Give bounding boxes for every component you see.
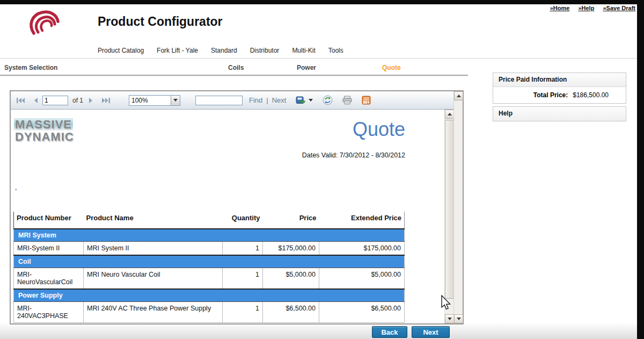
group-label: Coil — [14, 255, 405, 268]
logo-line-dynamic: DYNAMIC — [14, 131, 75, 143]
report-viewer: of 1 100% Find | Next — [10, 90, 464, 324]
menu-item-standard[interactable]: Standard — [211, 47, 237, 54]
group-header-mri-system: MRI System — [14, 229, 405, 242]
address-placeholder-text: , — [15, 184, 17, 191]
back-button[interactable]: Back — [372, 326, 407, 338]
tab-coils[interactable]: Coils — [228, 64, 244, 71]
cell-price: $175,000.00 — [263, 242, 319, 256]
zoom-value: 100% — [129, 97, 171, 104]
group-header-power-supply: Power Supply — [14, 289, 405, 302]
printer-icon — [342, 96, 352, 105]
group-label: MRI System — [14, 229, 405, 242]
total-price-row: Total Price: $186,500.00 — [493, 87, 626, 103]
cell-extended-price: $5,000.00 — [319, 268, 405, 290]
tab-power[interactable]: Power — [297, 64, 316, 71]
menu-item-product-catalog[interactable]: Product Catalog — [98, 47, 144, 54]
data-feed-icon — [362, 96, 371, 105]
tab-quote-active[interactable]: Quote — [382, 64, 401, 71]
scroll-up-button[interactable] — [445, 110, 453, 119]
report-main-column: of 1 100% Find | Next — [11, 91, 453, 323]
page-number-input[interactable] — [42, 96, 68, 105]
dates-valid-text: Dates Valid: 7/30/2012 - 8/30/2012 — [302, 152, 405, 159]
company-logo-swirl-icon — [24, 8, 62, 46]
massive-dynamic-logo: MASSIVE DYNAMIC — [14, 118, 75, 143]
menu-item-fork-lift-yale[interactable]: Fork Lift - Yale — [157, 47, 198, 54]
arrow-down-icon — [448, 318, 452, 320]
find-next-links: Find | Next — [249, 96, 286, 104]
cell-price: $5,000.00 — [263, 268, 319, 290]
find-link[interactable]: Find — [249, 96, 262, 104]
print-button[interactable] — [342, 96, 352, 105]
save-draft-link[interactable]: »Save Draft — [603, 5, 635, 11]
report-page-area: MASSIVE DYNAMIC Quote Dates Valid: 7/30/… — [11, 110, 453, 323]
next-page-button[interactable] — [89, 97, 94, 104]
arrow-up-icon — [457, 95, 461, 97]
table-row-coil: MRI-NeuroVascularCoil MRI Neuro Vascular… — [14, 268, 405, 290]
find-text-input[interactable] — [195, 96, 243, 105]
group-header-coil: Coil — [14, 255, 405, 268]
chevron-down-icon — [173, 99, 178, 102]
total-price-label: Total Price: — [533, 91, 568, 99]
report-vertical-scrollbar[interactable] — [444, 110, 453, 323]
report-toolbar: of 1 100% Find | Next — [11, 91, 453, 110]
scrollbar-thumb[interactable] — [445, 120, 453, 299]
zoom-select[interactable]: 100% — [129, 95, 180, 106]
viewer-scroll-down-button[interactable] — [454, 314, 463, 323]
col-header-quantity: Quantity — [223, 212, 263, 229]
previous-page-button[interactable] — [33, 97, 38, 104]
first-page-button[interactable] — [16, 97, 25, 104]
viewer-vertical-scrollbar[interactable] — [453, 91, 463, 323]
cell-product-number: MRI-System II — [14, 242, 84, 256]
help-panel-title[interactable]: Help — [493, 107, 626, 121]
export-dropdown-caret-icon[interactable] — [309, 99, 313, 102]
group-label: Power Supply — [14, 289, 405, 302]
page-bottom-strip — [0, 323, 644, 339]
price-paid-information-panel: Price Paid Information Total Price: $186… — [493, 73, 626, 104]
col-header-product-name: Product Name — [84, 212, 223, 229]
col-header-price: Price — [263, 212, 319, 229]
cell-product-name: MRI Neuro Vascular Coil — [84, 268, 223, 290]
main-menu: Product Catalog Fork Lift - Yale Standar… — [98, 47, 343, 54]
top-black-bar — [0, 0, 644, 4]
tab-system-selection[interactable]: System Selection — [4, 64, 57, 71]
table-row-mri-system: MRI-System II MRI System II 1 $175,000.0… — [14, 242, 405, 256]
find-next-link[interactable]: Next — [272, 96, 287, 104]
find-next-separator: | — [266, 96, 268, 104]
help-link[interactable]: »Help — [578, 5, 594, 11]
cell-quantity: 1 — [223, 242, 263, 256]
home-link[interactable]: »Home — [550, 5, 570, 11]
cell-quantity: 1 — [223, 268, 263, 290]
top-link-bar: »Home »Help »Save Draft — [543, 5, 635, 11]
arrow-up-icon — [448, 113, 452, 116]
cell-product-name: MRI System II — [84, 242, 223, 256]
cell-quantity: 1 — [223, 302, 263, 323]
logo-line-massive: MASSIVE — [14, 118, 73, 131]
scroll-down-button[interactable] — [445, 314, 453, 323]
table-row-power-supply: MRI-240VAC3PHASE MRI 240V AC Three Phase… — [14, 302, 405, 323]
save-export-icon — [296, 96, 306, 105]
menu-item-tools[interactable]: Tools — [328, 47, 343, 54]
export-data-feed-button[interactable] — [362, 96, 371, 105]
page-title: Product Configurator — [98, 15, 223, 29]
refresh-button[interactable] — [323, 95, 333, 105]
col-header-product-number: Product Number — [14, 212, 84, 229]
next-button[interactable]: Next — [412, 326, 450, 338]
last-page-button[interactable] — [101, 97, 111, 104]
refresh-icon — [323, 95, 333, 105]
cell-extended-price: $175,000.00 — [319, 242, 405, 256]
page-count-label: of 1 — [72, 97, 83, 104]
menu-item-multi-kit[interactable]: Multi-Kit — [292, 47, 315, 54]
price-panel-title: Price Paid Information — [493, 73, 626, 87]
viewer-scroll-up-button[interactable] — [454, 91, 463, 100]
cell-extended-price: $6,500.00 — [319, 302, 405, 323]
quote-table: Product Number Product Name Quantity Pri… — [13, 212, 405, 323]
cell-price: $6,500.00 — [263, 302, 319, 323]
cell-product-number: MRI-NeuroVascularCoil — [14, 268, 84, 290]
menu-item-distributor[interactable]: Distributor — [250, 47, 280, 54]
total-price-value: $186,500.00 — [573, 91, 609, 99]
right-black-bar — [637, 0, 644, 339]
help-panel: Help — [493, 106, 626, 121]
zoom-dropdown-button[interactable] — [171, 96, 180, 105]
header-divider — [0, 58, 644, 59]
export-button[interactable] — [296, 96, 313, 105]
